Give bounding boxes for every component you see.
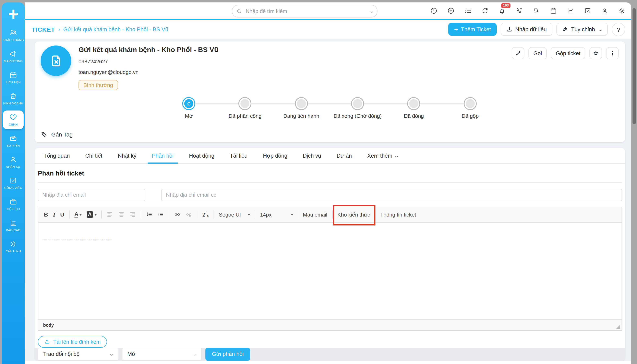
editor-path-label: body bbox=[43, 322, 54, 327]
knowledge-base-button[interactable]: Kho kiến thức bbox=[335, 209, 373, 220]
gear-icon[interactable] bbox=[617, 7, 625, 15]
sidebar-item-label: CÔNG VIỆC bbox=[4, 186, 22, 190]
global-search[interactable]: ⌄ bbox=[232, 5, 377, 18]
italic-button[interactable]: I bbox=[51, 209, 58, 220]
align-right-button[interactable] bbox=[127, 209, 138, 220]
tab-du-an[interactable]: Dự án bbox=[337, 148, 352, 163]
font-family-select[interactable]: Segoe UI▾ bbox=[217, 209, 252, 220]
sidebar-item-khach-hang[interactable]: KHÁCH HÀNG bbox=[3, 26, 24, 45]
help-button[interactable]: ? bbox=[612, 22, 625, 36]
more-options-button[interactable] bbox=[606, 47, 619, 59]
refresh-status-icon[interactable] bbox=[481, 7, 489, 15]
sidebar-item-bao-cao[interactable]: BÁO CÁO bbox=[3, 216, 24, 235]
align-left-button[interactable] bbox=[104, 209, 116, 220]
sidebar-item-nhan-su[interactable]: NHÂN SỰ bbox=[3, 153, 24, 172]
sidebar-item-label: SỰ KIỆN bbox=[7, 144, 20, 148]
page-actions: + Thêm Ticket Nhập dữ liệu Tùy chỉnh ⌄ ? bbox=[449, 22, 631, 36]
sidebar-item-su-kien[interactable]: SỰ KIỆN bbox=[3, 132, 24, 150]
sidebar-item-cong-viec[interactable]: CÔNG VIỆC bbox=[3, 174, 24, 192]
insert-link-button[interactable] bbox=[172, 209, 183, 220]
tab-phan-hoi[interactable]: Phản hồi bbox=[152, 148, 174, 163]
import-data-button[interactable]: Nhập dữ liệu bbox=[501, 23, 552, 36]
step-da-gop[interactable]: Đã gộp bbox=[442, 97, 498, 119]
search-input[interactable] bbox=[245, 8, 366, 14]
ordered-list-button[interactable] bbox=[144, 209, 155, 220]
align-center-button[interactable] bbox=[116, 209, 127, 220]
ticket-info-button[interactable]: Thông tin ticket bbox=[378, 209, 418, 220]
remove-link-button[interactable] bbox=[183, 209, 194, 220]
status-select[interactable]: Mở ⌄ bbox=[122, 348, 202, 361]
visibility-select[interactable]: Trao đổi nội bộ ⌄ bbox=[38, 348, 118, 361]
calendar-icon[interactable] bbox=[549, 7, 557, 15]
chevron-down-icon[interactable]: ⌄ bbox=[368, 8, 374, 14]
send-reply-button[interactable]: Gửi phản hồi bbox=[205, 348, 250, 361]
ticket-detail-card: Tổng quan Chi tiết Nhật ký Phản hồi Hoạt… bbox=[35, 148, 625, 361]
tab-nhat-ky[interactable]: Nhật ký bbox=[118, 148, 136, 163]
tab-hoat-dong[interactable]: Hoạt động bbox=[189, 148, 214, 163]
sidebar-item-marketing[interactable]: MARKETING bbox=[3, 47, 24, 66]
text-color-button[interactable]: A▾ bbox=[72, 209, 84, 220]
tab-xem-them[interactable]: Xem thêm⌄ bbox=[367, 148, 398, 163]
ticket-phone: 0987242627 bbox=[79, 58, 219, 64]
list-menu-icon[interactable] bbox=[464, 7, 472, 15]
tab-hop-dong[interactable]: Hợp đồng bbox=[263, 148, 287, 163]
section-title: Phản hồi ticket bbox=[38, 170, 622, 177]
sidebar-item-kinh-doanh[interactable]: KINH DOANH bbox=[3, 90, 24, 108]
tab-tong-quan[interactable]: Tổng quan bbox=[44, 148, 70, 163]
sidebar-item-tien-ich[interactable]: TIỆN ÍCH bbox=[3, 195, 24, 214]
phone-add-icon[interactable] bbox=[515, 7, 523, 15]
step-da-phan-cong[interactable]: Đã phân công bbox=[217, 97, 273, 119]
edit-button[interactable] bbox=[512, 47, 524, 59]
email-cc-input[interactable] bbox=[161, 189, 622, 201]
bg-color-button[interactable]: A▾ bbox=[84, 209, 99, 220]
editor-content[interactable]: -------------------------------- bbox=[38, 222, 621, 319]
email-to-input[interactable] bbox=[38, 189, 145, 201]
add-ticket-button[interactable]: + Thêm Ticket bbox=[449, 23, 497, 36]
tab-dich-vu[interactable]: Dịch vụ bbox=[303, 148, 321, 163]
chevron-down-icon: ▾ bbox=[248, 213, 250, 216]
resize-grip[interactable] bbox=[616, 324, 620, 329]
step-da-xong[interactable]: Đã xong (Chờ đóng) bbox=[329, 97, 386, 119]
scrollbar-track[interactable] bbox=[631, 2, 637, 364]
step-mo[interactable]: Mở bbox=[161, 97, 217, 119]
font-size-select[interactable]: 14px▾ bbox=[258, 209, 295, 220]
step-dang-tien-hanh[interactable]: Đang tiến hành bbox=[273, 97, 329, 119]
star-icon bbox=[592, 50, 599, 56]
sidebar-item-cskh[interactable]: CSKH bbox=[3, 110, 24, 129]
sidebar-item-label: CẤU HÌNH bbox=[6, 250, 21, 253]
sidebar-item-lich-hen[interactable]: LỊCH HẸN bbox=[3, 68, 24, 87]
favorite-button[interactable] bbox=[589, 47, 602, 59]
email-template-button[interactable]: Mẫu email bbox=[300, 209, 330, 220]
assign-tag-button[interactable]: Gán Tag bbox=[41, 131, 73, 138]
step-da-dong[interactable]: Đã đóng bbox=[386, 97, 442, 119]
tab-tai-lieu[interactable]: Tài liệu bbox=[230, 148, 248, 163]
status-value: Mở bbox=[127, 351, 135, 357]
bullet-list-button[interactable] bbox=[155, 209, 166, 220]
clear-format-button[interactable]: Tx bbox=[200, 209, 211, 220]
tab-chi-tiet[interactable]: Chi tiết bbox=[85, 148, 102, 163]
priority-badge: Bình thường bbox=[79, 80, 118, 90]
alert-seal-icon[interactable] bbox=[430, 7, 438, 15]
breadcrumb-root[interactable]: TICKET bbox=[32, 26, 55, 33]
customize-button[interactable]: Tùy chỉnh ⌄ bbox=[556, 23, 608, 36]
merge-ticket-button[interactable]: Gộp ticket bbox=[551, 47, 585, 59]
sidebar: KHÁCH HÀNG MARKETING LỊCH HẸN KINH DOANH… bbox=[2, 2, 25, 364]
line-chart-icon[interactable] bbox=[566, 7, 574, 15]
bold-button[interactable]: B bbox=[42, 209, 51, 220]
sidebar-item-label: MARKETING bbox=[4, 59, 23, 63]
underline-button[interactable]: U bbox=[58, 209, 67, 220]
sidebar-item-cau-hinh[interactable]: CẤU HÌNH bbox=[3, 237, 24, 256]
rich-text-editor: B I U A▾ A▾ bbox=[38, 206, 622, 330]
add-circle-icon[interactable] bbox=[447, 7, 455, 15]
app-logo[interactable] bbox=[2, 2, 25, 26]
download-icon bbox=[506, 26, 512, 32]
ring-bell-icon[interactable] bbox=[532, 7, 540, 15]
bag-check-icon bbox=[9, 92, 18, 100]
upload-attachment-button[interactable]: Tải lên file đính kèm bbox=[38, 336, 107, 348]
user-icon[interactable] bbox=[600, 7, 608, 15]
call-button[interactable]: Gọi bbox=[528, 47, 547, 59]
task-check-icon[interactable] bbox=[583, 7, 591, 15]
scrollbar-thumb[interactable] bbox=[632, 8, 636, 124]
notification-bell-icon[interactable]: 193 bbox=[498, 7, 506, 15]
question-icon: ? bbox=[617, 26, 620, 33]
